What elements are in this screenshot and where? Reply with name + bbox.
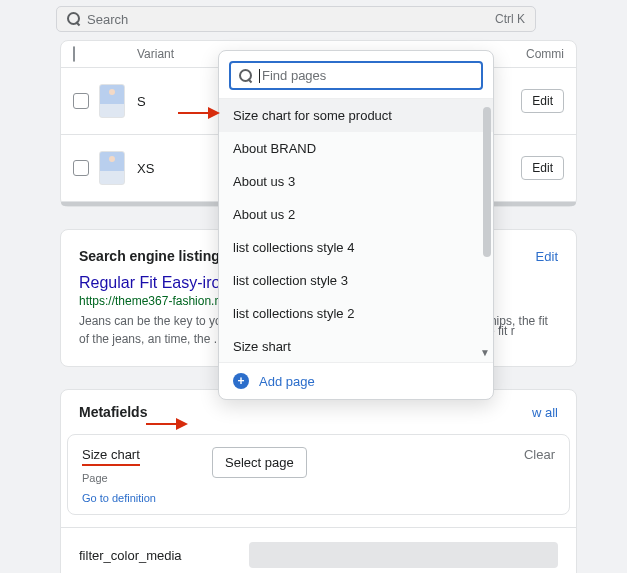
row-checkbox[interactable]	[73, 93, 89, 109]
add-page-button[interactable]: + Add page	[219, 362, 493, 399]
view-all-link[interactable]: w all	[532, 405, 558, 420]
metafield-value-input[interactable]	[249, 542, 558, 568]
variant-size-label: XS	[135, 161, 154, 176]
seo-heading: Search engine listing	[79, 248, 220, 264]
plus-icon: +	[233, 373, 249, 389]
row-checkbox[interactable]	[73, 160, 89, 176]
metafield-type: Page	[82, 472, 212, 484]
seo-edit-link[interactable]: Edit	[536, 249, 558, 264]
variant-thumbnail[interactable]	[99, 84, 125, 118]
page-option[interactable]: Size chart for some product	[219, 99, 493, 132]
add-page-label: Add page	[259, 374, 315, 389]
select-all-checkbox[interactable]	[73, 46, 75, 62]
page-option[interactable]: list collections style 2	[219, 297, 493, 330]
metafield-size-chart-row: Size chart Page Go to definition Select …	[67, 434, 570, 515]
clear-link[interactable]: Clear	[524, 447, 555, 462]
edit-variant-button[interactable]: Edit	[521, 89, 564, 113]
metafields-heading: Metafields	[79, 404, 147, 420]
metafield-row: filter_color_media	[61, 527, 576, 573]
page-selector-popup: Find pages Size chart for some product A…	[218, 50, 494, 400]
seo-truncated-text: e fit r	[488, 322, 558, 340]
variant-thumbnail[interactable]	[99, 151, 125, 185]
search-icon	[239, 69, 253, 83]
commit-column-header: Commi	[526, 47, 564, 61]
page-option[interactable]: list collections style 4	[219, 231, 493, 264]
chevron-down-icon[interactable]: ▼	[480, 347, 490, 358]
go-to-definition-link[interactable]: Go to definition	[82, 492, 212, 504]
metafield-label: Size chart	[82, 447, 140, 466]
page-option[interactable]: About BRAND	[219, 132, 493, 165]
variant-size-label: S	[135, 94, 146, 109]
page-list: Size chart for some product About BRAND …	[219, 98, 493, 362]
text-cursor	[259, 69, 260, 83]
select-page-button[interactable]: Select page	[212, 447, 307, 478]
metafield-label: filter_color_media	[79, 548, 249, 563]
find-pages-placeholder: Find pages	[262, 68, 326, 83]
page-option[interactable]: list collection style 3	[219, 264, 493, 297]
edit-variant-button[interactable]: Edit	[521, 156, 564, 180]
page-option[interactable]: Size shart	[219, 330, 493, 362]
metafields-card: Metafields w all Size chart Page Go to d…	[60, 389, 577, 573]
page-option[interactable]: About us 2	[219, 198, 493, 231]
page-option[interactable]: About us 3	[219, 165, 493, 198]
scrollbar-vertical[interactable]	[483, 107, 491, 257]
find-pages-input[interactable]: Find pages	[229, 61, 483, 90]
